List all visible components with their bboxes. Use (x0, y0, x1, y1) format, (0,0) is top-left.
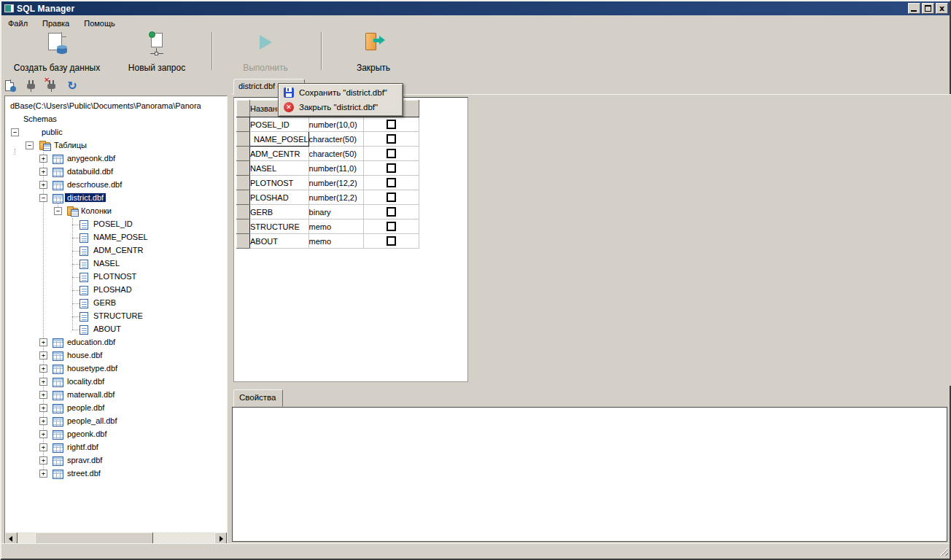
tree-item-label[interactable]: NAME_POSEL (93, 233, 148, 241)
expand-icon[interactable]: + (39, 155, 47, 163)
tree-item-label[interactable]: Таблицы (54, 141, 87, 149)
maximize-button[interactable] (922, 3, 934, 14)
new-query-button[interactable]: Новый запрос (120, 31, 194, 73)
tree-item-label[interactable]: street.dbf (67, 469, 101, 478)
column-name-cell[interactable]: PLOSHAD (250, 190, 309, 205)
column-flag-cell[interactable] (363, 205, 419, 219)
column-flag-cell[interactable] (363, 117, 419, 132)
column-flag-checkbox[interactable] (387, 149, 396, 158)
tab-properties[interactable]: Свойства (233, 389, 283, 407)
tree-item-anygeonk.dbf[interactable]: +anygeonk.dbf (5, 152, 228, 166)
tree-item-label[interactable]: house.dbf (67, 351, 102, 359)
column-flag-cell[interactable] (363, 176, 419, 190)
row-header[interactable] (237, 117, 250, 132)
tree-item-label[interactable]: descrhouse.dbf (67, 180, 122, 189)
column-flag-checkbox[interactable] (387, 207, 396, 217)
column-name-cell[interactable]: NASEL (250, 161, 309, 176)
column-flag-cell[interactable] (363, 219, 419, 234)
column-flag-checkbox[interactable] (387, 120, 396, 129)
tree-item-label[interactable]: STRUCTURE (93, 311, 143, 320)
collapse-icon[interactable]: − (11, 128, 19, 136)
tree-item-people_all.dbf[interactable]: +people_all.dbf (5, 415, 228, 428)
tree-item-databuild.dbf[interactable]: +databuild.dbf (5, 166, 228, 179)
new-connection-icon[interactable] (4, 79, 18, 93)
tree-item-label[interactable]: education.dbf (67, 338, 115, 346)
menu-help[interactable]: Помощь (79, 18, 120, 28)
column-flag-checkbox[interactable] (387, 163, 396, 173)
tree-item--[interactable]: −Колонки (5, 205, 228, 218)
tree-item-posel_id[interactable]: POSEL_ID (5, 218, 228, 231)
tree-item-label[interactable]: housetype.dbf (67, 364, 117, 373)
collapse-icon[interactable]: − (54, 207, 62, 215)
expand-icon[interactable]: + (39, 181, 47, 189)
column-flag-cell[interactable] (363, 161, 419, 176)
row-header[interactable] (237, 219, 250, 234)
minimize-button[interactable] (908, 3, 920, 14)
row-header[interactable] (237, 190, 250, 205)
column-name-cell[interactable]: PLOTNOST (250, 176, 309, 190)
tree-item-label[interactable]: dBase(C:\Users\Public\Documents\Panorama… (10, 101, 201, 110)
tree-item-label[interactable]: PLOTNOST (93, 272, 136, 281)
column-name-cell[interactable]: POSEL_ID (250, 117, 309, 132)
tree-item-label[interactable]: Schemas (23, 114, 57, 123)
expand-icon[interactable]: + (39, 456, 47, 464)
tree-item-ploshad[interactable]: PLOSHAD (5, 284, 228, 297)
close-button[interactable]: x (936, 3, 948, 14)
row-header[interactable] (237, 234, 250, 249)
tree-item-label[interactable]: pgeonk.dbf (67, 429, 106, 438)
column-type-cell[interactable]: character(50) (308, 132, 363, 147)
expand-icon[interactable]: + (39, 470, 47, 478)
tree-item-label[interactable]: people.dbf (67, 403, 104, 412)
tree-item-house.dbf[interactable]: +house.dbf (5, 349, 228, 362)
tree-item-pgeonk.dbf[interactable]: +pgeonk.dbf (5, 428, 228, 441)
column-name-cell[interactable]: NAME_POSEL (250, 132, 309, 147)
column-name-cell[interactable]: ABOUT (250, 234, 309, 249)
column-type-cell[interactable]: memo (308, 234, 363, 249)
tree-item-about[interactable]: ABOUT (5, 323, 228, 336)
tree-item-label[interactable]: people_all.dbf (67, 416, 117, 425)
tree-item-label[interactable]: public (42, 128, 63, 136)
tree-item-housetype.dbf[interactable]: +housetype.dbf (5, 362, 228, 376)
tree-item-gerb[interactable]: GERB (5, 297, 228, 310)
context-menu-close-item[interactable]: ✕ Закрыть "district.dbf" (280, 100, 401, 114)
row-header[interactable] (237, 176, 250, 190)
row-header[interactable] (237, 205, 250, 219)
expand-icon[interactable]: + (39, 404, 47, 412)
refresh-icon[interactable]: ↻ (66, 79, 79, 93)
tree-item-label[interactable]: POSEL_ID (93, 219, 133, 228)
tree-item-nasel[interactable]: NASEL (5, 257, 228, 271)
expand-icon[interactable]: + (39, 378, 47, 386)
column-type-cell[interactable]: number(12,2) (308, 190, 363, 205)
tree-item-street.dbf[interactable]: +street.dbf (5, 467, 228, 481)
column-flag-cell[interactable] (363, 132, 419, 147)
column-type-cell[interactable]: binary (308, 205, 363, 219)
column-type-cell[interactable]: number(11,0) (308, 161, 363, 176)
close-connection-button[interactable]: Закрыть (344, 31, 403, 73)
column-flag-checkbox[interactable] (387, 222, 396, 231)
expand-icon[interactable]: + (39, 417, 47, 425)
tree-item-people.dbf[interactable]: +people.dbf (5, 402, 228, 415)
column-flag-checkbox[interactable] (387, 178, 396, 187)
expand-icon[interactable]: + (39, 365, 47, 373)
menu-file[interactable]: Файл (3, 18, 33, 28)
expand-icon[interactable]: + (39, 338, 47, 346)
menu-edit[interactable]: Правка (37, 18, 74, 28)
tree-item-adm_centr[interactable]: ADM_CENTR (5, 244, 228, 257)
expand-icon[interactable]: + (39, 443, 47, 451)
tree-item-structure[interactable]: STRUCTURE (5, 310, 228, 323)
tree-item-label[interactable]: Колонки (81, 206, 112, 215)
tree-item-label[interactable]: district.dbf (65, 193, 106, 202)
row-header[interactable] (237, 147, 250, 161)
tree-item-public[interactable]: −public (5, 126, 228, 139)
tree-item-dbase-c-users-public-documents-panorama-panora[interactable]: dBase(C:\Users\Public\Documents\Panorama… (5, 100, 228, 113)
collapse-icon[interactable]: − (39, 194, 47, 202)
column-flag-cell[interactable] (363, 190, 419, 205)
column-type-cell[interactable]: number(12,2) (308, 176, 363, 190)
expand-icon[interactable]: + (39, 351, 47, 359)
column-name-cell[interactable]: GERB (250, 205, 309, 219)
tree-item-label[interactable]: GERB (93, 298, 116, 307)
create-database-button[interactable]: Создать базу данных (9, 31, 105, 73)
tree-item-rightf.dbf[interactable]: +rightf.dbf (5, 441, 228, 454)
collapse-icon[interactable]: − (26, 141, 34, 149)
tree-item-materwall.dbf[interactable]: +materwall.dbf (5, 389, 228, 402)
